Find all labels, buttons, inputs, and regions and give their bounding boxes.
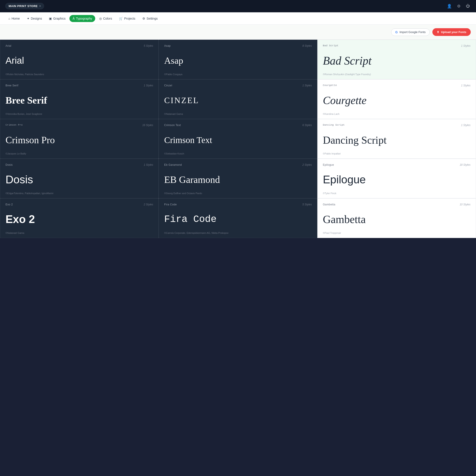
font-preview: Gambetta [323, 209, 471, 230]
font-preview: Exo 2 [5, 209, 153, 230]
font-card[interactable]: Crimson Text 6 Styles Crimson Text ©Seba… [159, 119, 317, 159]
font-card[interactable]: Asap 8 Styles Asap ©Pablo Cosgaya [159, 40, 317, 79]
font-copyright: ©Georg Duffner and Octavio Pardo [164, 192, 312, 195]
font-card-header: Fira Code 5 Styles [164, 203, 312, 206]
font-copyright: ©Karolina Lach [323, 113, 471, 115]
font-card-header: Crimson Pro 16 Styles [5, 124, 153, 127]
font-name-label: Crimson Pro [5, 124, 23, 126]
font-copyright: ©Jacques Le Bailly [5, 152, 153, 155]
graphics-icon: ▣ [49, 17, 52, 20]
store-selector[interactable]: MAIN PRINT STORE ▾ [5, 3, 44, 9]
nav-item-graphics[interactable]: ▣ Graphics [46, 15, 68, 22]
nav-item-home[interactable]: ⌂ Home [5, 15, 23, 22]
settings-icon: ⚙ [142, 17, 145, 20]
font-styles-label: 1 Styles [461, 84, 471, 87]
nav-item-designs[interactable]: ✦ Designs [24, 15, 45, 22]
gear-icon[interactable]: ⚙ [456, 3, 461, 9]
store-label: MAIN PRINT STORE [9, 4, 38, 8]
top-bar-icons: 👤 ⚙ ⏻ [446, 3, 471, 9]
font-preview: Epilogue [323, 169, 471, 190]
projects-icon: 🛒 [119, 17, 123, 20]
font-card[interactable]: Arial 5 Styles Arial ©Robin Nicholas, Pa… [0, 40, 159, 79]
font-styles-label: 16 Styles [142, 124, 153, 127]
font-card[interactable]: Fira Code 5 Styles Fira Code ©Carrois Co… [159, 198, 317, 238]
font-preview: Arial [5, 50, 153, 71]
font-preview: CINZEL [164, 90, 312, 111]
upload-icon: ⬆ [437, 30, 439, 34]
font-styles-label: 2 Styles [144, 203, 153, 206]
nav-item-settings[interactable]: ⚙ Settings [139, 15, 161, 22]
font-name-label: Crimson Text [164, 124, 181, 127]
font-styles-label: 2 Styles [302, 163, 312, 166]
font-card[interactable]: Dosis 1 Styles Dosis ©EdgarTolentino, Pa… [0, 159, 159, 198]
font-card[interactable]: Epilogue 18 Styles Epilogue ©Tyler Finck [317, 159, 476, 198]
font-styles-label: 1 Styles [144, 84, 153, 87]
font-copyright: ©Natanael Gama [5, 232, 153, 234]
font-name-label: Courgette [323, 84, 337, 87]
font-grid: Arial 5 Styles Arial ©Robin Nicholas, Pa… [0, 40, 476, 238]
user-icon[interactable]: 👤 [446, 3, 453, 9]
font-card-header: Asap 8 Styles [164, 44, 312, 47]
font-card-header: Courgette 1 Styles [323, 84, 471, 87]
font-styles-label: 1 Styles [144, 163, 153, 166]
power-icon[interactable]: ⏻ [465, 3, 471, 9]
font-card-header: Eb Garamond 2 Styles [164, 163, 312, 166]
font-styles-label: 6 Styles [302, 124, 312, 127]
font-name-label: Bree Serif [5, 84, 18, 87]
font-name-label: Arial [5, 44, 12, 47]
nav-label-designs: Designs [31, 17, 42, 20]
font-name-label: Eb Garamond [164, 163, 182, 166]
font-preview: Asap [164, 50, 312, 71]
font-card-header: Bree Serif 1 Styles [5, 84, 153, 87]
font-preview: EB Garamond [164, 169, 312, 190]
top-bar: MAIN PRINT STORE ▾ 👤 ⚙ ⏻ [0, 0, 476, 12]
font-preview: Dosis [5, 169, 153, 190]
nav-item-projects[interactable]: 🛒 Projects [116, 15, 138, 22]
font-card[interactable]: Gambetta 10 Styles Gambetta ©Paul Troppm… [317, 198, 476, 238]
font-copyright: ©Pablo Impallari [323, 152, 471, 155]
nav-item-colors[interactable]: ◎ Colors [96, 15, 115, 22]
nav-label-typography: Typography [76, 17, 92, 20]
font-preview: Fira Code [164, 209, 312, 230]
font-card[interactable]: Exo 2 2 Styles Exo 2 ©Natanael Gama [0, 198, 159, 238]
font-copyright: ©Sebastian Kosch [164, 152, 312, 155]
home-icon: ⌂ [8, 17, 10, 20]
font-preview: Bad Script [323, 50, 471, 71]
google-icon: G [395, 30, 398, 34]
nav-label-colors: Colors [103, 17, 112, 20]
font-name-label: Cinzel [164, 84, 172, 87]
font-card[interactable]: Eb Garamond 2 Styles EB Garamond ©Georg … [159, 159, 317, 198]
font-name-label: Asap [164, 44, 170, 47]
font-card[interactable]: Crimson Pro 16 Styles Crimson Pro ©Jacqu… [0, 119, 159, 159]
font-preview: Bree Serif [5, 90, 153, 111]
import-google-fonts-button[interactable]: G Import Google Fonts [391, 28, 430, 36]
colors-icon: ◎ [99, 17, 102, 20]
nav-label-graphics: Graphics [53, 17, 66, 20]
font-name-label: Epilogue [323, 163, 334, 166]
main-nav: ⌂ Home ✦ Designs ▣ Graphics Ā Typography… [0, 12, 476, 25]
font-name-label: Dosis [5, 163, 13, 166]
font-card[interactable]: Dancing Script 1 Styles Dancing Script ©… [317, 119, 476, 159]
nav-item-typography[interactable]: Ā Typography [69, 15, 95, 22]
font-card[interactable]: Bad Script 1 Styles Bad Script ©Roman Sh… [317, 40, 476, 79]
font-card[interactable]: Cinzel 1 Styles CINZEL ©Natanael Gama [159, 79, 317, 119]
font-preview: Crimson Text [164, 129, 312, 151]
font-copyright: ©Natanael Gama [164, 113, 312, 115]
font-styles-label: 8 Styles [302, 44, 312, 47]
nav-label-projects: Projects [124, 17, 135, 20]
font-preview: Dancing Script [323, 129, 471, 151]
font-card-header: Bad Script 1 Styles [323, 44, 471, 47]
font-name-label: Bad Script [323, 44, 339, 47]
font-card-header: Gambetta 10 Styles [323, 203, 471, 206]
font-card-header: Dosis 1 Styles [5, 163, 153, 166]
font-card[interactable]: Courgette 1 Styles Courgette ©Karolina L… [317, 79, 476, 119]
upload-fonts-button[interactable]: ⬆ Upload your Fonts [432, 28, 471, 36]
font-copyright: ©Pablo Cosgaya [164, 73, 312, 76]
designs-icon: ✦ [27, 17, 30, 20]
font-styles-label: 5 Styles [144, 44, 153, 47]
font-card-header: Cinzel 1 Styles [164, 84, 312, 87]
font-card[interactable]: Bree Serif 1 Styles Bree Serif ©Veronika… [0, 79, 159, 119]
font-copyright: ©Roman Shchyukin (Gaslight Type Foundry) [323, 73, 471, 76]
font-card-header: Dancing Script 1 Styles [323, 124, 471, 127]
font-styles-label: 1 Styles [302, 84, 312, 87]
